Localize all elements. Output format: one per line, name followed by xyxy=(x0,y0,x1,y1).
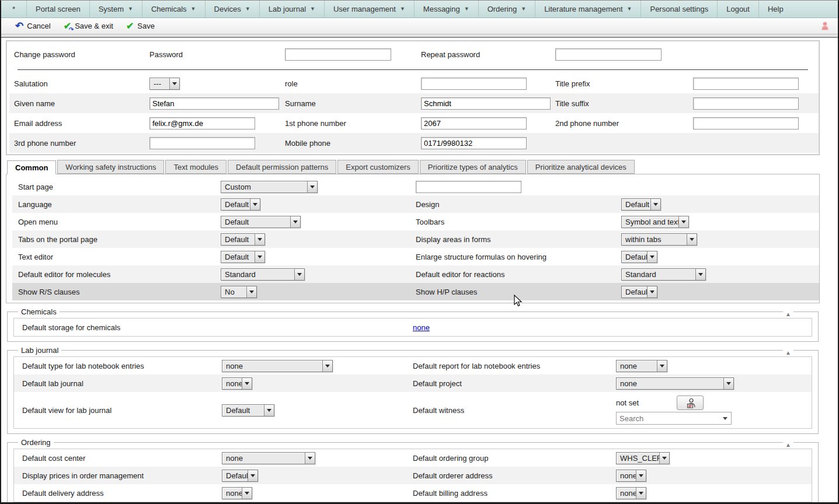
entry-type-select[interactable]: none xyxy=(222,360,333,372)
language-label: Language xyxy=(12,200,216,209)
default-lab-journal-select[interactable]: none xyxy=(222,377,252,390)
journal-project-row: Default lab journal none Default project… xyxy=(14,374,812,392)
enlarge-formulas-label: Enlarge structure formulas on hovering xyxy=(416,253,617,261)
dropdown-arrow-icon xyxy=(636,470,646,481)
dropdown-arrow-icon xyxy=(248,470,257,481)
design-select[interactable]: Default xyxy=(621,198,661,211)
orderer-address-label: Default orderer address xyxy=(413,471,611,480)
tab-working-safety-instructions[interactable]: Working safety instructions xyxy=(57,160,164,174)
tab-prioritize-types-of-analytics[interactable]: Prioritize types of analytics xyxy=(420,160,526,174)
undo-arrow-icon: ↶ xyxy=(15,21,23,31)
menu-item-devices[interactable]: Devices▼ xyxy=(206,1,260,18)
witness-search-input[interactable] xyxy=(617,414,719,423)
menu-item-messaging[interactable]: Messaging▼ xyxy=(415,1,479,18)
cost-center-select[interactable]: none xyxy=(222,452,315,464)
toolbars-select[interactable]: Symbol and text xyxy=(621,216,689,228)
save-and-exit-button[interactable]: ✔↷ Save & exit xyxy=(64,22,113,31)
menu-item-chemicals[interactable]: Chemicals▼ xyxy=(142,1,206,18)
title-prefix-input[interactable] xyxy=(693,78,799,90)
report-select[interactable]: none xyxy=(616,360,667,372)
start-page-row: Start page Custom xyxy=(12,178,819,195)
display-areas-select[interactable]: within tabs xyxy=(621,233,697,246)
phone2-input[interactable] xyxy=(693,117,799,130)
delivery-address-select[interactable]: none xyxy=(222,487,252,499)
menu-label: Devices xyxy=(214,5,241,13)
chemicals-section: Chemicals ▲ Default storage for chemical… xyxy=(7,307,819,342)
save-button[interactable]: ✔ Save xyxy=(126,22,155,31)
menu-label: Ordering xyxy=(488,5,517,13)
ordering-group-select[interactable]: WHS_CLERK xyxy=(616,452,670,464)
menu-item-literature-management[interactable]: Literature management▼ xyxy=(535,1,641,18)
rs-clauses-select[interactable]: No xyxy=(221,286,257,298)
tab-prioritize-analytical-devices[interactable]: Prioritize analytical devices xyxy=(527,160,635,174)
menu-item-star[interactable]: * xyxy=(1,1,27,18)
tab-common[interactable]: Common xyxy=(7,160,56,174)
role-label: role xyxy=(280,79,416,88)
witness-search-combobox[interactable] xyxy=(616,412,732,425)
dropdown-arrow-icon xyxy=(723,378,733,389)
cancel-button[interactable]: ↶ Cancel xyxy=(15,21,51,31)
orderer-address-select[interactable]: none xyxy=(616,470,646,482)
pick-witness-button[interactable] xyxy=(677,396,704,410)
default-storage-link[interactable]: none xyxy=(413,323,430,332)
menu-item-system[interactable]: System▼ xyxy=(90,1,142,18)
menu-label: Personal settings xyxy=(650,5,708,13)
hp-clauses-value: Default xyxy=(622,286,647,298)
phone1-input[interactable] xyxy=(421,117,527,130)
phone3-input[interactable] xyxy=(149,137,255,149)
menu-item-help[interactable]: Help xyxy=(759,1,792,18)
repeat-password-input[interactable] xyxy=(555,48,662,61)
dropdown-arrow-icon xyxy=(264,405,274,416)
toolbars-value: Symbol and text xyxy=(622,216,678,228)
salutation-label: Salutation xyxy=(9,79,145,88)
tab-text-modules[interactable]: Text modules xyxy=(165,160,227,174)
default-view-select[interactable]: Default xyxy=(222,404,274,416)
menu-item-personal-settings[interactable]: Personal settings xyxy=(641,1,718,18)
witness-status: not set xyxy=(616,398,677,407)
collapse-section-icon[interactable]: ▲ xyxy=(783,350,793,356)
enlarge-formulas-select[interactable]: Default xyxy=(621,251,657,263)
editors-row: Default editor for molecules Standard De… xyxy=(12,265,819,283)
delivery-address-label: Default delivery address xyxy=(14,489,217,498)
molecule-editor-select[interactable]: Standard xyxy=(221,268,305,281)
display-prices-select[interactable]: Default xyxy=(222,470,258,482)
role-input[interactable] xyxy=(421,78,527,90)
menu-label: Lab journal xyxy=(269,5,306,13)
menu-label: Help xyxy=(768,5,784,13)
menu-item-user-management[interactable]: User management▼ xyxy=(325,1,415,18)
toolbars-label: Toolbars xyxy=(416,218,617,226)
dropdown-arrow-icon xyxy=(650,199,660,210)
given-name-input[interactable] xyxy=(149,97,279,110)
start-page-custom-input[interactable] xyxy=(416,181,521,193)
chevron-down-icon: ▼ xyxy=(310,6,315,12)
title-suffix-input[interactable] xyxy=(693,97,799,110)
salutation-select[interactable]: --- xyxy=(149,78,180,90)
language-value: Default xyxy=(221,199,250,210)
start-page-select[interactable]: Custom xyxy=(221,181,318,193)
email-input[interactable] xyxy=(149,117,255,130)
default-project-select[interactable]: none xyxy=(616,377,734,390)
dropdown-arrow-icon xyxy=(647,251,657,262)
collapse-section-icon[interactable]: ▲ xyxy=(783,442,793,448)
portal-tabs-select[interactable]: Default xyxy=(221,233,265,246)
menu-item-logout[interactable]: Logout xyxy=(718,1,759,18)
reaction-editor-select[interactable]: Standard xyxy=(621,268,706,281)
language-select[interactable]: Default xyxy=(221,198,260,211)
tab-export-customizers[interactable]: Export customizers xyxy=(337,160,419,174)
password-input[interactable] xyxy=(285,48,391,61)
action-toolbar: ↶ Cancel ✔↷ Save & exit ✔ Save xyxy=(1,18,838,34)
mobile-input[interactable] xyxy=(421,137,527,149)
billing-address-select[interactable]: none xyxy=(616,487,646,499)
menu-item-ordering[interactable]: Ordering▼ xyxy=(479,1,536,18)
menu-item-lab-journal[interactable]: Lab journal▼ xyxy=(260,1,325,18)
open-menu-select[interactable]: Default xyxy=(221,216,301,228)
dropdown-arrow-icon xyxy=(647,286,657,298)
tab-default-permission-patterns[interactable]: Default permission patterns xyxy=(228,160,336,174)
collapse-section-icon[interactable]: ▲ xyxy=(783,312,793,317)
dropdown-arrow-icon xyxy=(657,360,667,372)
text-editor-select[interactable]: Default xyxy=(221,251,265,263)
menu-item-portal-screen[interactable]: Portal screen xyxy=(27,1,90,18)
surname-input[interactable] xyxy=(421,97,551,110)
hp-clauses-select[interactable]: Default xyxy=(621,286,657,298)
default-view-value: Default xyxy=(222,405,264,416)
